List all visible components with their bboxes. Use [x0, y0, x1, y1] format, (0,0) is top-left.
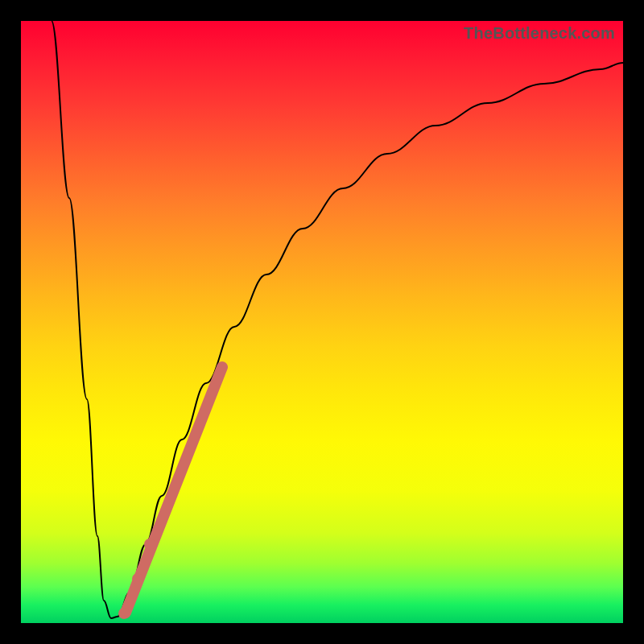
plot-area: TheBottleneck.com	[21, 21, 623, 623]
data-dot	[118, 608, 130, 619]
data-dot	[132, 573, 143, 584]
chart-frame: TheBottleneck.com	[0, 0, 644, 644]
curve-overlay	[21, 21, 623, 623]
data-dot	[144, 539, 155, 550]
bottleneck-curve	[52, 21, 623, 618]
